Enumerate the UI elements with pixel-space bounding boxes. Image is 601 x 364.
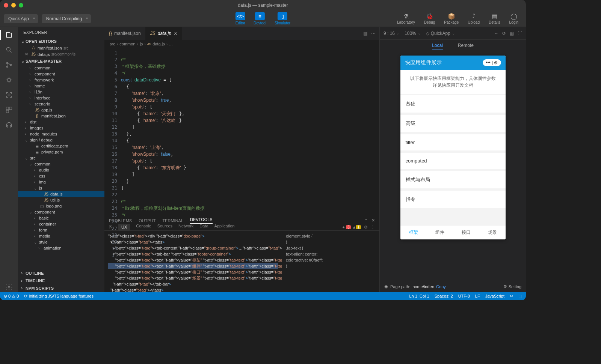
sim-refresh-icon[interactable]: ⟳	[502, 31, 506, 36]
styles-pane[interactable]: element.style { } .tab-text { text-align…	[282, 231, 379, 300]
tree-item[interactable]: ›scenario	[18, 101, 104, 107]
quick-app-select[interactable]: Quick App	[4, 14, 38, 23]
sim-tab-local[interactable]: Local	[432, 43, 443, 50]
maximize-window-button[interactable]	[19, 3, 23, 8]
breadcrumbs[interactable]: src›common›js›JSdata.js›...	[104, 40, 379, 48]
tree-item[interactable]: ›audio	[18, 167, 104, 173]
status-spaces[interactable]: Spaces: 2	[435, 294, 453, 299]
tree-item[interactable]: ›media	[18, 233, 104, 239]
devtool-tab-ux[interactable]: UX	[118, 224, 130, 230]
login-button[interactable]: ◯Login	[506, 13, 522, 24]
upload-button[interactable]: ⤴Upload	[464, 13, 483, 24]
tree-item[interactable]: ⌄sign / debug	[18, 137, 104, 143]
open-editors-section[interactable]: OPEN EDITORS	[18, 38, 104, 45]
sim-time[interactable]: 9 : 16⌄	[384, 31, 399, 36]
tree-item[interactable]: ›basic	[18, 215, 104, 221]
editor-tab[interactable]: JSdata.js✕	[146, 27, 182, 40]
tree-item[interactable]: ⌄src	[18, 155, 104, 161]
copy-path-link[interactable]: Copy	[436, 284, 446, 289]
list-item[interactable]: filter	[400, 134, 506, 150]
npm-section[interactable]: NPM SCRIPTS	[18, 284, 104, 292]
extensions-icon[interactable]	[4, 105, 14, 115]
panel-tab-output[interactable]: OUTPUT	[139, 218, 156, 223]
tree-item[interactable]: {}manifest.json	[18, 113, 104, 119]
devtool-tab-application[interactable]: Application	[214, 224, 235, 230]
radio-icon[interactable]: ◉	[384, 284, 388, 289]
panel-maximize-icon[interactable]: ^	[365, 218, 367, 223]
tree-item[interactable]: ›home	[18, 83, 104, 89]
sim-device[interactable]: ◇QuickApp⌄	[426, 31, 455, 36]
tree-item[interactable]: ≣private.pem	[18, 149, 104, 155]
status-problems[interactable]: ⊘ 0 ⚠ 0	[4, 294, 19, 299]
sim-qr-icon[interactable]: ▦	[510, 31, 514, 36]
gear-icon[interactable]	[4, 282, 14, 292]
tree-item[interactable]: ›framework	[18, 77, 104, 83]
sim-tab-remote[interactable]: Remote	[458, 43, 474, 50]
tree-item[interactable]: JSutil.js	[18, 197, 104, 203]
tree-item[interactable]: JSdata.js	[18, 191, 104, 197]
details-button[interactable]: ▤Details	[485, 13, 504, 24]
scan-icon[interactable]	[4, 90, 14, 100]
devtool-tab-network[interactable]: Network	[178, 224, 193, 230]
laboratory-button[interactable]: ⚗Laboratory	[393, 13, 419, 24]
device-tab[interactable]: 组件	[427, 226, 453, 239]
panel-tab-terminal[interactable]: TERMINAL	[162, 218, 183, 223]
code-editor[interactable]: 1234567891011121314151617181920212223242…	[104, 48, 379, 217]
tree-item[interactable]: ›i18n	[18, 89, 104, 95]
list-item[interactable]: 基础	[400, 95, 506, 113]
tree-item[interactable]: ›images	[18, 125, 104, 131]
sim-fullscreen-icon[interactable]: ⛶	[518, 31, 522, 36]
list-item[interactable]: 高级	[400, 115, 506, 132]
tree-item[interactable]: ⌄js	[18, 185, 104, 191]
list-item[interactable]: 指令	[400, 191, 506, 208]
minimap[interactable]	[349, 48, 379, 217]
tree-item[interactable]: ›animation	[18, 245, 104, 251]
status-ln-col[interactable]: Ln 1, Col 1	[409, 294, 429, 299]
devtools-more-icon[interactable]: ⋮	[371, 225, 375, 230]
split-editor-icon[interactable]: ▥	[363, 31, 367, 36]
tree-item[interactable]: ›form	[18, 227, 104, 233]
tree-item[interactable]: ›css	[18, 173, 104, 179]
sim-back-icon[interactable]: ←	[494, 31, 498, 36]
debug-icon[interactable]	[4, 75, 14, 85]
open-editor-item[interactable]: ✕JSdata.js src/common/js	[18, 51, 104, 57]
devtool-button[interactable]: ≡Devtool	[250, 12, 270, 25]
dom-tree[interactable]: "t-attr">class="t-tag"><div "t-attr">cla…	[104, 231, 282, 300]
tree-item[interactable]: ≣certificate.pem	[18, 143, 104, 149]
tree-item[interactable]: ›component	[18, 71, 104, 77]
tree-item[interactable]: ▢logo.png	[18, 203, 104, 209]
more-tabs-icon[interactable]: ⋯	[371, 31, 376, 36]
tree-item[interactable]: ›common	[18, 65, 104, 71]
device-tab[interactable]: 框架	[400, 226, 427, 239]
panel-tab-devtools[interactable]: DEVTOOLS	[190, 217, 213, 224]
device-tab[interactable]: 场景	[479, 226, 506, 239]
sim-zoom[interactable]: 100%⌄	[405, 31, 421, 36]
close-window-button[interactable]	[4, 3, 8, 8]
tree-item[interactable]: ›interface	[18, 95, 104, 101]
devtool-tab-console[interactable]: Console	[136, 224, 151, 230]
list-item[interactable]: computed	[400, 153, 506, 169]
project-section[interactable]: SAMPLE-MASTER	[18, 57, 104, 65]
list-item[interactable]: 样式与布局	[400, 171, 506, 188]
status-language[interactable]: JavaScript	[485, 294, 504, 299]
devtool-tab-sources[interactable]: Sources	[157, 224, 172, 230]
status-bell-icon[interactable]: ⬚	[518, 294, 522, 299]
editor-tab[interactable]: {}manifest.json	[104, 27, 146, 40]
search-icon[interactable]	[4, 45, 14, 55]
tree-item[interactable]: ›node_modules	[18, 131, 104, 137]
minimize-window-button[interactable]	[11, 3, 16, 8]
timeline-section[interactable]: TIMELINE	[18, 277, 104, 284]
support-icon[interactable]	[4, 120, 14, 130]
tree-item[interactable]: ⌄component	[18, 209, 104, 215]
open-editor-item[interactable]: {}manifest.json src	[18, 45, 104, 51]
tree-item[interactable]: ⌄common	[18, 161, 104, 167]
tree-item[interactable]: ›container	[18, 221, 104, 227]
status-encoding[interactable]: UTF-8	[458, 294, 470, 299]
status-eol[interactable]: LF	[475, 294, 480, 299]
capsule-buttons[interactable]: ••• | ⊗	[483, 59, 501, 66]
outline-section[interactable]: OUTLINE	[18, 269, 104, 277]
debug-button[interactable]: 🐞Debug	[420, 13, 439, 24]
status-feedback-icon[interactable]: ✉	[510, 294, 513, 299]
devtools-settings-icon[interactable]: ⚙	[364, 225, 368, 230]
package-button[interactable]: 📦Package	[440, 13, 462, 24]
